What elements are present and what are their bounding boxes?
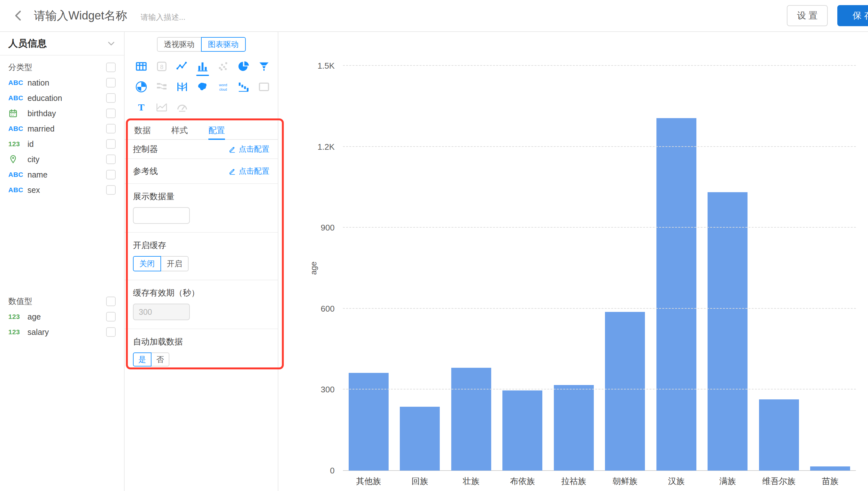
cache-label: 开启缓存	[133, 240, 269, 251]
pencil-icon	[228, 167, 236, 175]
field-item-sex[interactable]: ABCsex	[0, 182, 124, 198]
field-item-birthday[interactable]: birthday	[0, 106, 124, 121]
bar-chart-icon[interactable]	[192, 56, 213, 77]
rose-chart-icon[interactable]	[131, 77, 152, 97]
chart-mode-button[interactable]: 图表驱动	[201, 37, 246, 52]
field-item-city[interactable]: city	[0, 152, 124, 167]
controller-configure-link[interactable]: 点击配置	[228, 144, 269, 154]
data-source-name: 人员信息	[8, 37, 47, 50]
field-checkbox[interactable]	[106, 78, 116, 87]
field-checkbox[interactable]	[106, 124, 116, 134]
header-actions: 设 置 保 存	[787, 5, 868, 26]
field-checkbox[interactable]	[106, 312, 116, 321]
autoload-yes-button[interactable]: 是	[133, 352, 152, 367]
tab-config[interactable]: 配置	[208, 121, 225, 139]
bar-slot	[805, 66, 856, 470]
waterfall-chart-icon[interactable]	[233, 77, 254, 97]
widget-description-input[interactable]: 请输入描述...	[141, 12, 185, 22]
x-tick-label: 维吾尔族	[753, 476, 805, 487]
doubleaxis-chart-icon	[152, 97, 172, 117]
bar-壮族	[451, 368, 491, 470]
bar-slot	[343, 66, 395, 470]
field-item-salary[interactable]: 123salary	[0, 324, 124, 340]
field-item-nation[interactable]: ABCnation	[0, 75, 124, 90]
sankey-chart-icon	[152, 77, 172, 97]
display-limit-input[interactable]	[133, 207, 190, 224]
field-item-name[interactable]: ABCname	[0, 167, 124, 182]
y-tick-label: 1.5K	[318, 61, 335, 71]
gridline	[343, 146, 856, 147]
calendar-icon	[8, 109, 18, 118]
settings-button[interactable]: 设 置	[787, 5, 828, 26]
gridline	[343, 227, 856, 228]
section-checkbox[interactable]	[106, 296, 116, 306]
chevron-down-icon	[107, 39, 116, 48]
bar-朝鲜族	[605, 312, 645, 470]
cache-off-button[interactable]: 关闭	[133, 256, 161, 271]
field-item-married[interactable]: ABCmarried	[0, 121, 124, 136]
reference-configure-label: 点击配置	[239, 166, 269, 176]
plot-area: age 其他族回族壮族布依族拉祜族朝鲜族汉族满族维吾尔族苗族 030060090…	[343, 66, 856, 470]
back-button[interactable]	[11, 8, 26, 23]
map-chart-icon[interactable]	[192, 77, 213, 97]
field-name: education	[27, 93, 106, 103]
calendar-type-icon	[8, 109, 27, 118]
controller-label: 控制器	[133, 144, 158, 155]
data-source-selector[interactable]: 人员信息	[0, 32, 124, 56]
cache-expire-input[interactable]	[133, 304, 190, 320]
autoload-no-button[interactable]: 否	[151, 352, 169, 367]
gauge-chart-icon	[172, 97, 192, 117]
controller-row: 控制器 点击配置	[125, 140, 278, 159]
tab-style[interactable]: 样式	[171, 121, 188, 139]
chart-type-grid: 8wordcloudT	[125, 56, 278, 117]
table-chart-icon[interactable]	[131, 56, 152, 77]
tab-data[interactable]: 数据	[134, 121, 151, 139]
svg-text:8: 8	[160, 63, 163, 70]
field-item-education[interactable]: ABCeducation	[0, 90, 124, 106]
x-tick-label: 汉族	[651, 476, 702, 487]
section-checkbox[interactable]	[106, 63, 116, 72]
field-checkbox[interactable]	[106, 93, 116, 103]
svg-text:cloud: cloud	[219, 88, 227, 91]
bar-苗族	[810, 466, 850, 470]
parallel-chart-icon[interactable]	[172, 77, 192, 97]
funnel-chart-icon[interactable]	[254, 56, 274, 77]
field-checkbox[interactable]	[106, 327, 116, 337]
field-item-id[interactable]: 123id	[0, 136, 124, 152]
x-tick-label: 朝鲜族	[600, 476, 651, 487]
gridline	[343, 65, 856, 66]
save-button[interactable]: 保 存	[837, 5, 868, 26]
cache-on-button[interactable]: 开启	[160, 256, 189, 271]
pie-chart-icon[interactable]	[233, 56, 254, 77]
field-name: city	[27, 155, 106, 164]
field-name: married	[27, 124, 106, 134]
config-panel: 透视驱动图表驱动 8wordcloudT 数据样式配置 控制器 点击配置 参考线…	[125, 32, 278, 491]
x-tick-label: 回族	[395, 476, 446, 487]
iframe-chart-icon	[254, 77, 274, 97]
field-name: birthday	[27, 109, 106, 118]
field-checkbox[interactable]	[106, 154, 116, 164]
field-item-age[interactable]: 123age	[0, 309, 124, 324]
field-checkbox[interactable]	[106, 109, 116, 118]
cache-expire-block: 缓存有效期（秒）	[125, 280, 278, 329]
pivot-mode-button[interactable]: 透视驱动	[157, 37, 202, 52]
field-checkbox[interactable]	[106, 170, 116, 179]
text-type-icon: ABC	[8, 186, 27, 194]
field-checkbox[interactable]	[106, 185, 116, 195]
bar-slot	[395, 66, 446, 470]
panel-tabs: 数据样式配置	[125, 121, 278, 140]
text-chart-icon[interactable]: T	[131, 97, 152, 117]
field-section: 数值型123age123salary	[0, 290, 124, 340]
y-tick-label: 600	[321, 304, 334, 314]
reference-configure-link[interactable]: 点击配置	[228, 166, 269, 176]
widget-editor: 请输入Widget名称 请输入描述... 设 置 保 存 人员信息 分类型ABC…	[0, 0, 868, 491]
line-chart-icon[interactable]	[172, 56, 192, 77]
field-checkbox[interactable]	[106, 139, 116, 149]
x-tick-label: 苗族	[805, 476, 856, 487]
wordcloud-chart-icon[interactable]: wordcloud	[213, 77, 233, 97]
bar-slot	[497, 66, 548, 470]
chevron-left-icon	[12, 9, 25, 22]
bar-slot	[548, 66, 600, 470]
text-type-icon: ABC	[8, 171, 27, 178]
widget-name-input[interactable]: 请输入Widget名称	[34, 8, 127, 24]
